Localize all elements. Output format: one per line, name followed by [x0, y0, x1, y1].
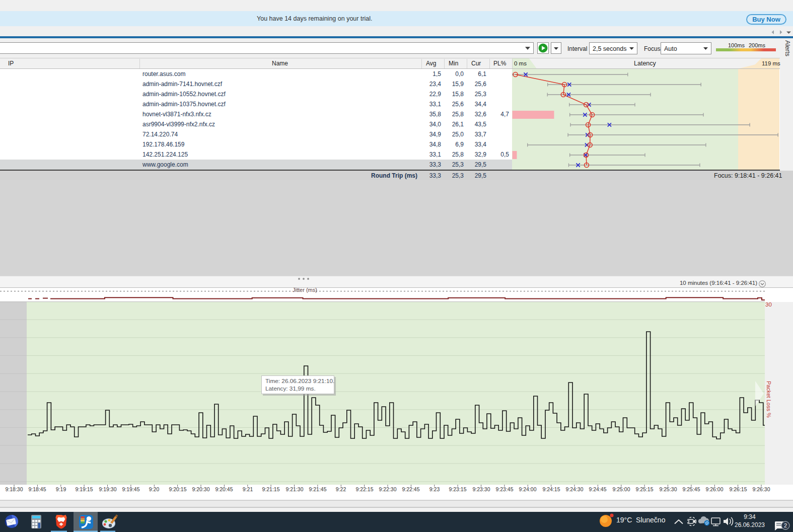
svg-text:2: 2: [784, 522, 787, 528]
